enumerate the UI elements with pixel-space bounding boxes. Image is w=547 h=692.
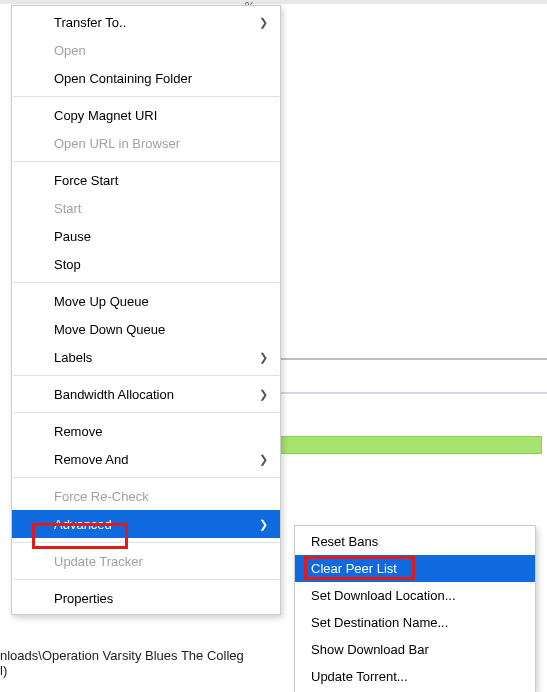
path-tail: l) [0,663,7,678]
submenu-label: Update Torrent... [311,669,408,684]
menu-label: Open URL in Browser [54,136,180,151]
separator [13,375,279,376]
submenu-update-torrent[interactable]: Update Torrent... [295,663,535,690]
context-menu: Transfer To.. ❯ Open Open Containing Fol… [11,5,281,615]
menu-move-up-queue[interactable]: Move Up Queue [12,287,280,315]
chevron-right-icon: ❯ [259,453,268,466]
separator [13,161,279,162]
chevron-right-icon: ❯ [259,16,268,29]
menu-label: Labels [54,350,92,365]
menu-advanced[interactable]: Advanced ❯ [12,510,280,538]
submenu-label: Show Download Bar [311,642,429,657]
menu-pause[interactable]: Pause [12,222,280,250]
menu-force-start[interactable]: Force Start [12,166,280,194]
chevron-right-icon: ❯ [259,518,268,531]
menu-move-down-queue[interactable]: Move Down Queue [12,315,280,343]
submenu-set-destination-name[interactable]: Set Destination Name... [295,609,535,636]
path-text: nloads\Operation Varsity Blues The Colle… [0,648,244,663]
menu-label: Force Re-Check [54,489,149,504]
separator [13,282,279,283]
advanced-submenu: Reset Bans Clear Peer List Set Download … [294,525,536,692]
submenu-clear-peer-list[interactable]: Clear Peer List [295,555,535,582]
menu-stop[interactable]: Stop [12,250,280,278]
menu-label: Force Start [54,173,118,188]
submenu-reset-bans[interactable]: Reset Bans [295,528,535,555]
menu-force-recheck: Force Re-Check [12,482,280,510]
menu-properties[interactable]: Properties [12,584,280,612]
separator [13,477,279,478]
menu-remove[interactable]: Remove [12,417,280,445]
menu-label: Move Down Queue [54,322,165,337]
menu-label: Start [54,201,81,216]
menu-label: Open Containing Folder [54,71,192,86]
menu-open-url-browser: Open URL in Browser [12,129,280,157]
submenu-label: Set Destination Name... [311,615,448,630]
menu-label: Remove [54,424,102,439]
menu-label: Advanced [54,517,112,532]
submenu-set-download-location[interactable]: Set Download Location... [295,582,535,609]
submenu-label: Set Download Location... [311,588,456,603]
separator [13,96,279,97]
menu-labels[interactable]: Labels ❯ [12,343,280,371]
menu-label: Bandwidth Allocation [54,387,174,402]
menu-label: Remove And [54,452,128,467]
menu-label: Open [54,43,86,58]
progress-bar-fragment [280,436,542,454]
menu-label: Copy Magnet URI [54,108,157,123]
chevron-right-icon: ❯ [259,351,268,364]
menu-update-tracker: Update Tracker [12,547,280,575]
menu-label: Move Up Queue [54,294,149,309]
menu-transfer-to[interactable]: Transfer To.. ❯ [12,8,280,36]
menu-label: Stop [54,257,81,272]
menu-label: Pause [54,229,91,244]
bg-divider [280,358,547,360]
chevron-right-icon: ❯ [259,388,268,401]
menu-start: Start [12,194,280,222]
separator [13,412,279,413]
top-bar-fragment [0,0,547,4]
status-path: nloads\Operation Varsity Blues The Colle… [0,648,244,678]
menu-remove-and[interactable]: Remove And ❯ [12,445,280,473]
submenu-label: Reset Bans [311,534,378,549]
submenu-show-download-bar[interactable]: Show Download Bar [295,636,535,663]
separator [13,542,279,543]
menu-bandwidth-allocation[interactable]: Bandwidth Allocation ❯ [12,380,280,408]
bg-divider [280,392,547,394]
menu-label: Update Tracker [54,554,143,569]
menu-label: Properties [54,591,113,606]
menu-label: Transfer To.. [54,15,126,30]
menu-open: Open [12,36,280,64]
menu-copy-magnet-uri[interactable]: Copy Magnet URI [12,101,280,129]
separator [13,579,279,580]
submenu-label: Clear Peer List [311,561,397,576]
menu-open-containing-folder[interactable]: Open Containing Folder [12,64,280,92]
